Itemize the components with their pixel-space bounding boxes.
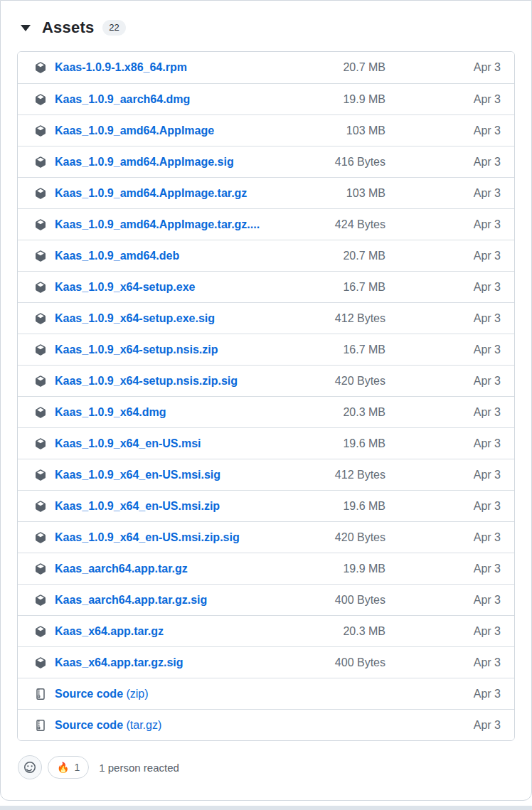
package-icon (35, 626, 46, 637)
asset-row: Kaas_1.0.9_amd64.AppImage.tar.gz.... 424… (18, 208, 514, 240)
asset-date: Apr 3 (394, 281, 501, 294)
asset-size: 420 Bytes (335, 531, 385, 544)
asset-download-link[interactable]: Kaas_1.0.9_aarch64.dmg (55, 93, 334, 106)
asset-size: 19.9 MB (343, 563, 385, 575)
asset-row: Kaas_1.0.9_amd64.AppImage.tar.gz 103 MB … (18, 177, 514, 208)
asset-download-link[interactable]: Source code (tar.gz) (55, 719, 377, 732)
asset-date: Apr 3 (394, 93, 501, 106)
asset-row: Kaas_1.0.9_amd64.AppImage.sig 416 Bytes … (18, 146, 514, 177)
reactions-bar: 🔥 1 1 person reacted (1, 741, 531, 779)
asset-download-link[interactable]: Kaas_1.0.9_x64_en-US.msi (55, 437, 334, 450)
asset-download-link[interactable]: Kaas_1.0.9_x64-setup.exe (55, 281, 334, 294)
package-icon (35, 156, 46, 168)
asset-size: 400 Bytes (335, 594, 385, 607)
asset-download-link[interactable]: Kaas_1.0.9_x64_en-US.msi.sig (55, 469, 326, 481)
zip-file-icon (35, 720, 46, 731)
asset-size: 20.3 MB (343, 625, 385, 638)
asset-download-link[interactable]: Kaas_1.0.9_x64-setup.nsis.zip.sig (55, 375, 326, 388)
package-icon (35, 250, 46, 262)
asset-download-link[interactable]: Kaas_1.0.9_x64-setup.exe.sig (55, 312, 326, 325)
asset-size: 416 Bytes (335, 156, 385, 169)
asset-row: Kaas_1.0.9_x64_en-US.msi 19.6 MB Apr 3 (18, 427, 514, 459)
package-icon (35, 219, 46, 230)
package-icon (35, 313, 46, 324)
add-reaction-button[interactable] (18, 755, 42, 779)
asset-row: Kaas_1.0.9_x64_en-US.msi.zip.sig 420 Byt… (18, 521, 514, 553)
package-icon (35, 125, 46, 137)
asset-row: Source code (tar.gz) Apr 3 (18, 709, 514, 740)
asset-row: Kaas-1.0.9-1.x86_64.rpm 20.7 MB Apr 3 (18, 52, 514, 83)
asset-row: Kaas_1.0.9_x64-setup.nsis.zip.sig 420 By… (18, 365, 514, 396)
asset-size: 103 MB (346, 124, 385, 137)
asset-row: Source code (zip) Apr 3 (18, 678, 514, 709)
asset-row: Kaas_1.0.9_x64-setup.exe.sig 412 Bytes A… (18, 302, 514, 334)
asset-size: 19.6 MB (343, 500, 385, 513)
asset-download-link[interactable]: Kaas_1.0.9_x64_en-US.msi.zip (55, 500, 334, 513)
asset-date: Apr 3 (394, 218, 501, 231)
asset-size: 19.6 MB (343, 437, 385, 450)
fire-emoji-icon: 🔥 (57, 762, 69, 772)
package-icon (35, 563, 46, 575)
asset-download-link[interactable]: Kaas-1.0.9-1.x86_64.rpm (55, 61, 334, 74)
asset-date: Apr 3 (394, 406, 501, 419)
package-icon (35, 282, 46, 293)
asset-date: Apr 3 (394, 375, 501, 388)
asset-date: Apr 3 (394, 719, 501, 732)
package-icon (35, 375, 46, 387)
asset-date: Apr 3 (394, 250, 501, 262)
asset-download-link[interactable]: Kaas_aarch64.app.tar.gz.sig (55, 594, 326, 607)
asset-row: Kaas_1.0.9_amd64.deb 20.7 MB Apr 3 (18, 240, 514, 271)
asset-row: Kaas_1.0.9_x64-setup.nsis.zip 16.7 MB Ap… (18, 334, 514, 365)
asset-date: Apr 3 (394, 531, 501, 544)
asset-download-link[interactable]: Kaas_1.0.9_x64.dmg (55, 406, 334, 419)
asset-size: 412 Bytes (335, 312, 385, 325)
asset-row: Kaas_1.0.9_x64-setup.exe 16.7 MB Apr 3 (18, 271, 514, 302)
asset-date: Apr 3 (394, 343, 501, 356)
asset-date: Apr 3 (394, 124, 501, 137)
asset-date: Apr 3 (394, 156, 501, 169)
package-icon (35, 595, 46, 606)
package-icon (35, 407, 46, 418)
package-icon (35, 469, 46, 481)
package-icon (35, 344, 46, 356)
asset-size: 20.7 MB (343, 61, 385, 74)
asset-download-link[interactable]: Kaas_1.0.9_amd64.AppImage (55, 124, 338, 137)
assets-list: Kaas-1.0.9-1.x86_64.rpm 20.7 MB Apr 3 Ka… (17, 51, 515, 741)
zip-file-icon (35, 688, 46, 700)
asset-download-link[interactable]: Kaas_1.0.9_amd64.AppImage.tar.gz (55, 187, 338, 200)
asset-size: 19.9 MB (343, 93, 385, 106)
asset-download-link[interactable]: Source code (zip) (55, 688, 377, 700)
asset-size: 16.7 MB (343, 281, 385, 294)
asset-date: Apr 3 (394, 500, 501, 513)
asset-download-link[interactable]: Kaas_x64.app.tar.gz.sig (55, 656, 326, 669)
asset-download-link[interactable]: Kaas_aarch64.app.tar.gz (55, 563, 334, 575)
asset-download-link[interactable]: Kaas_1.0.9_x64_en-US.msi.zip.sig (55, 531, 326, 544)
asset-download-link[interactable]: Kaas_x64.app.tar.gz (55, 625, 334, 638)
asset-download-link[interactable]: Kaas_1.0.9_amd64.AppImage.tar.gz.... (55, 218, 326, 231)
asset-download-link[interactable]: Kaas_1.0.9_amd64.deb (55, 250, 334, 262)
asset-row: Kaas_1.0.9_x64_en-US.msi.zip 19.6 MB Apr… (18, 490, 514, 521)
smiley-icon (24, 762, 36, 773)
asset-row: Kaas_x64.app.tar.gz 20.3 MB Apr 3 (18, 615, 514, 646)
asset-row: Kaas_x64.app.tar.gz.sig 400 Bytes Apr 3 (18, 646, 514, 678)
assets-header-toggle[interactable]: Assets 22 (1, 1, 531, 51)
asset-size: 103 MB (346, 187, 385, 200)
asset-date: Apr 3 (394, 563, 501, 575)
asset-date: Apr 3 (394, 312, 501, 325)
asset-date: Apr 3 (394, 187, 501, 200)
asset-download-link[interactable]: Kaas_1.0.9_x64-setup.nsis.zip (55, 343, 334, 356)
assets-count-badge: 22 (102, 20, 125, 36)
reaction-summary: 1 person reacted (99, 762, 179, 774)
asset-row: Kaas_1.0.9_amd64.AppImage 103 MB Apr 3 (18, 114, 514, 146)
asset-download-link[interactable]: Kaas_1.0.9_amd64.AppImage.sig (55, 156, 326, 169)
next-section-edge (0, 806, 532, 810)
asset-date: Apr 3 (394, 688, 501, 700)
asset-size: 412 Bytes (335, 469, 385, 481)
asset-row: Kaas_aarch64.app.tar.gz.sig 400 Bytes Ap… (18, 584, 514, 615)
package-icon (35, 438, 46, 449)
asset-date: Apr 3 (394, 61, 501, 74)
collapse-caret-icon (21, 25, 31, 31)
release-card: Assets 22 Kaas-1.0.9-1.x86_64.rpm 20.7 M… (0, 0, 532, 801)
fire-reaction-pill[interactable]: 🔥 1 (48, 756, 89, 779)
asset-size: 400 Bytes (335, 656, 385, 669)
